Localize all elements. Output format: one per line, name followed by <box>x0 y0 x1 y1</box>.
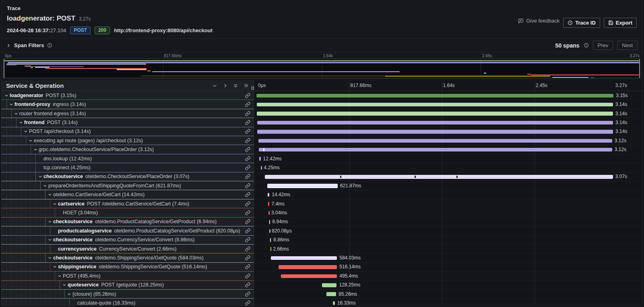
span-row[interactable]: dns.lookup (12.42ms)12.42ms <box>1 154 642 163</box>
link-icon[interactable] <box>245 174 250 179</box>
chevron-down-icon[interactable] <box>24 129 28 133</box>
span-bar[interactable] <box>257 112 613 116</box>
span-bar[interactable] <box>258 139 612 143</box>
link-icon[interactable] <box>245 120 250 125</box>
chevron-down-icon[interactable] <box>14 112 18 116</box>
chevron-down-icon[interactable] <box>62 283 66 287</box>
chevron-down-icon[interactable] <box>29 139 33 143</box>
span-bar[interactable] <box>333 301 335 305</box>
expand-all-icon[interactable] <box>244 83 249 88</box>
span-row[interactable]: quoteservicePOST /getquote (128.25ms)128… <box>1 281 642 290</box>
link-icon[interactable] <box>245 273 250 278</box>
span-bar[interactable] <box>269 229 270 233</box>
chevron-down-icon[interactable] <box>48 238 52 242</box>
span-bar[interactable] <box>279 265 337 269</box>
span-bar[interactable] <box>261 166 262 170</box>
span-bar[interactable] <box>268 211 270 215</box>
prev-button[interactable]: Prev <box>593 41 613 50</box>
span-bar[interactable] <box>326 292 336 296</box>
link-icon[interactable] <box>245 282 250 288</box>
span-row[interactable]: grpc.oteldemo.CheckoutService/PlaceOrder… <box>1 145 642 154</box>
chevron-down-icon[interactable] <box>19 120 23 124</box>
span-row[interactable]: shippingserviceoteldemo.ShippingService/… <box>1 263 642 272</box>
span-row[interactable]: productcatalogserviceoteldemo.ProductCat… <box>1 226 642 235</box>
span-bar[interactable] <box>271 256 337 260</box>
link-icon[interactable] <box>245 165 250 170</box>
span-row[interactable]: checkoutserviceoteldemo.CheckoutService/… <box>1 172 642 181</box>
minimap-canvas[interactable] <box>4 59 640 78</box>
span-bar[interactable] <box>281 274 337 278</box>
span-row[interactable]: cartservicePOST /oteldemo.CartService/Ge… <box>1 199 642 208</box>
span-row[interactable]: tcp.connect (4.25ms)4.25ms <box>1 163 642 172</box>
chevron-down-icon[interactable] <box>67 292 71 296</box>
span-row[interactable]: executing api route (pages) /api/checkou… <box>1 136 642 145</box>
chevron-down-icon[interactable] <box>33 147 37 151</box>
span-row[interactable]: POST /api/checkout (3.14s)3.14s <box>1 127 642 136</box>
span-row[interactable]: POST (495.4ms)495.4ms <box>1 272 642 280</box>
span-row[interactable]: checkoutserviceoteldemo.ShippingService/… <box>1 253 642 262</box>
span-row[interactable]: frontend-proxyingress (3.14s)3.14s <box>1 100 642 109</box>
chevron-down-icon[interactable] <box>58 274 62 278</box>
span-row[interactable]: HGET (3.04ms)3.04ms <box>1 208 642 217</box>
span-row[interactable]: currencyserviceCurrencyService/Convert (… <box>1 245 642 253</box>
chevron-down-icon[interactable] <box>48 220 52 224</box>
link-icon[interactable] <box>245 129 250 134</box>
span-bar[interactable] <box>270 238 271 242</box>
link-icon[interactable] <box>245 255 250 261</box>
span-bar[interactable] <box>265 175 613 179</box>
link-icon[interactable] <box>245 246 250 251</box>
span-bar[interactable] <box>257 130 613 134</box>
chevron-down-icon[interactable] <box>38 174 42 178</box>
link-icon[interactable] <box>245 228 250 233</box>
chevron-down-icon[interactable] <box>53 202 57 206</box>
span-bar[interactable] <box>268 202 269 206</box>
span-bar[interactable] <box>259 157 260 161</box>
span-row[interactable]: loadgeneratorPOST (3.15s)3.15s <box>1 91 642 100</box>
span-bar[interactable] <box>322 283 336 287</box>
link-icon[interactable] <box>245 183 250 188</box>
export-button[interactable]: Export <box>604 18 637 28</box>
expand-one-icon[interactable] <box>223 83 228 88</box>
span-bar[interactable] <box>259 148 612 152</box>
link-icon[interactable] <box>245 138 250 143</box>
chevron-down-icon[interactable] <box>48 256 52 260</box>
link-icon[interactable] <box>245 102 250 107</box>
link-icon[interactable] <box>245 192 250 197</box>
span-bar[interactable] <box>268 193 269 197</box>
trace-minimap[interactable]: 0μs817.66ms1.64s2.45s3.27s <box>1 52 642 78</box>
link-icon[interactable] <box>245 219 250 224</box>
column-resize-handle[interactable] <box>252 86 254 90</box>
link-icon[interactable] <box>245 111 250 116</box>
span-row[interactable]: oteldemo.CartService/GetCart (14.42ms)14… <box>1 190 642 199</box>
span-bar[interactable] <box>257 103 613 107</box>
link-icon[interactable] <box>245 210 250 215</box>
link-icon[interactable] <box>245 93 250 98</box>
chevron-down-icon[interactable] <box>48 193 52 197</box>
chevron-down-icon[interactable] <box>9 102 13 106</box>
collapse-one-icon[interactable] <box>212 83 217 88</box>
collapse-all-icon[interactable] <box>233 83 238 88</box>
span-bar[interactable] <box>267 184 338 188</box>
chevron-down-icon[interactable] <box>4 93 8 97</box>
link-icon[interactable] <box>245 291 250 297</box>
span-row[interactable]: checkoutserviceoteldemo.ProductCatalogSe… <box>1 218 642 226</box>
span-row[interactable]: router frontend egress (3.14s)3.14s <box>1 109 642 118</box>
chevron-down-icon[interactable] <box>43 184 47 188</box>
span-row[interactable]: prepareOrderItemsAndShippingQuoteFromCar… <box>1 181 642 190</box>
span-bar[interactable] <box>269 220 270 224</box>
link-icon[interactable] <box>245 301 250 306</box>
span-bar[interactable] <box>256 94 613 98</box>
trace-id-button[interactable]: Trace ID <box>563 18 600 28</box>
span-bar[interactable] <box>257 121 613 125</box>
link-icon[interactable] <box>245 264 250 270</box>
span-filters-toggle[interactable]: Span Filters <box>6 42 52 48</box>
link-icon[interactable] <box>245 147 250 152</box>
link-icon[interactable] <box>245 201 250 206</box>
span-row[interactable]: frontendPOST (3.14s)3.14s <box>1 118 642 127</box>
span-row[interactable]: calculate-quote (16.33ms)16.33ms <box>1 299 642 306</box>
span-row[interactable]: {closure} (85.26ms)85.26ms <box>1 290 642 299</box>
chevron-down-icon[interactable] <box>53 265 57 269</box>
link-icon[interactable] <box>245 156 250 161</box>
span-row[interactable]: checkoutserviceoteldemo.CurrencyService/… <box>1 236 642 245</box>
link-icon[interactable] <box>245 237 250 243</box>
